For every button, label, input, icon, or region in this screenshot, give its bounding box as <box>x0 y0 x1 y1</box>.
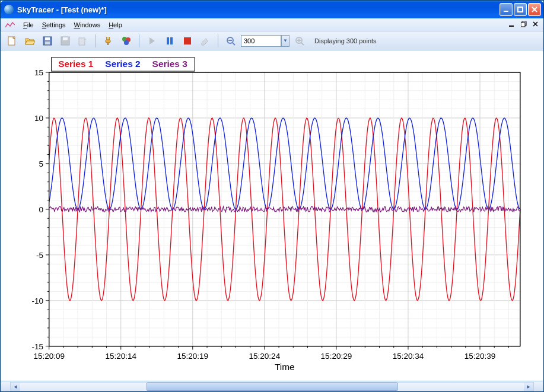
close-icon <box>532 7 537 12</box>
save-as-button[interactable] <box>58 33 73 49</box>
svg-text:-15: -15 <box>31 342 43 351</box>
toolbar-separator <box>218 34 218 47</box>
svg-text:15:20:14: 15:20:14 <box>105 352 136 361</box>
chevron-right-icon: ► <box>526 384 532 390</box>
zoom-out-button[interactable] <box>223 33 238 49</box>
maximize-button[interactable] <box>514 3 527 16</box>
chart-container: -15-10-505101515:20:0915:20:1415:20:1915… <box>7 55 537 376</box>
titlebar[interactable]: SkyTracer - [Test (new)*] <box>1 1 543 18</box>
modules-icon <box>121 36 132 46</box>
svg-text:Series 1: Series 1 <box>58 59 94 69</box>
svg-rect-2 <box>509 26 514 27</box>
scroll-left-button[interactable]: ◄ <box>11 383 20 391</box>
svg-rect-10 <box>63 37 68 40</box>
new-button[interactable] <box>4 33 20 49</box>
svg-text:15: 15 <box>34 68 43 77</box>
minimize-button[interactable] <box>500 3 513 16</box>
svg-text:-10: -10 <box>31 297 43 305</box>
chevron-down-icon: ▼ <box>283 38 288 43</box>
svg-text:15:20:39: 15:20:39 <box>465 352 496 361</box>
svg-rect-0 <box>504 11 508 12</box>
toolbar-separator <box>96 34 96 47</box>
svg-text:15:20:34: 15:20:34 <box>393 352 424 361</box>
app-icon <box>4 5 14 14</box>
svg-rect-1 <box>518 7 523 12</box>
save-icon <box>42 36 53 46</box>
svg-text:Series 3: Series 3 <box>152 59 188 69</box>
horizontal-scrollbar[interactable]: ◄ ► <box>10 382 534 391</box>
close-icon <box>533 21 539 27</box>
minimize-icon <box>503 7 509 12</box>
plug-icon <box>103 36 114 46</box>
minimize-icon <box>509 21 515 27</box>
svg-text:15:20:29: 15:20:29 <box>321 352 352 361</box>
connect-button[interactable] <box>101 33 116 49</box>
eraser-icon <box>200 36 211 46</box>
svg-rect-8 <box>45 42 50 44</box>
save-as-icon <box>60 36 71 46</box>
play-button[interactable] <box>144 33 160 49</box>
points-dropdown-button[interactable]: ▼ <box>281 35 290 47</box>
menu-help[interactable]: Help <box>109 21 122 28</box>
zoom-out-icon <box>225 36 236 46</box>
svg-text:15:20:19: 15:20:19 <box>177 352 208 361</box>
svg-rect-17 <box>170 37 173 44</box>
zoom-in-button[interactable] <box>292 33 307 49</box>
svg-text:0: 0 <box>39 205 44 214</box>
svg-rect-7 <box>45 37 50 40</box>
statusbar: ◄ ► <box>1 381 543 391</box>
application-window: SkyTracer - [Test (new)*] File Settings … <box>0 0 544 392</box>
zoom-in-icon <box>294 36 305 46</box>
modules-button[interactable] <box>119 33 134 49</box>
scroll-track[interactable] <box>20 383 524 391</box>
svg-text:15:20:24: 15:20:24 <box>249 352 281 361</box>
play-icon <box>147 36 157 46</box>
mdi-close-button[interactable] <box>532 20 540 28</box>
client-area: -15-10-505101515:20:0915:20:1415:20:1915… <box>1 50 543 381</box>
clear-button[interactable] <box>198 33 213 49</box>
export-icon <box>78 36 88 46</box>
pause-button[interactable] <box>162 33 177 49</box>
menubar: File Settings Windows Help <box>1 18 543 31</box>
toolbar: ▼ Displaying 300 points <box>1 31 543 50</box>
pause-icon <box>164 36 175 46</box>
svg-rect-18 <box>184 37 191 44</box>
menu-settings[interactable]: Settings <box>42 21 66 28</box>
svg-text:Time: Time <box>275 362 295 372</box>
stop-button[interactable] <box>180 33 195 49</box>
chart-doc-icon <box>5 21 15 28</box>
chart[interactable]: -15-10-505101515:20:0915:20:1415:20:1915… <box>7 55 537 376</box>
points-status-label: Displaying 300 points <box>314 37 377 44</box>
menu-windows[interactable]: Windows <box>74 21 101 28</box>
window-title: SkyTracer - [Test (new)*] <box>17 5 107 14</box>
svg-text:15:20:09: 15:20:09 <box>33 352 65 361</box>
points-combo[interactable]: ▼ <box>241 35 290 47</box>
svg-text:-5: -5 <box>36 251 43 260</box>
window-controls <box>500 3 543 16</box>
svg-point-15 <box>124 40 129 45</box>
toolbar-separator <box>139 34 139 47</box>
menu-file[interactable]: File <box>23 21 34 28</box>
new-file-icon <box>7 36 17 46</box>
svg-text:Series 2: Series 2 <box>105 59 140 69</box>
scroll-thumb[interactable] <box>146 383 398 391</box>
mdi-minimize-button[interactable] <box>508 20 516 28</box>
export-button[interactable] <box>75 33 91 49</box>
maximize-icon <box>517 7 523 12</box>
svg-rect-16 <box>167 37 169 44</box>
svg-text:5: 5 <box>39 160 44 168</box>
svg-rect-12 <box>106 40 110 43</box>
chevron-left-icon: ◄ <box>13 384 18 390</box>
open-button[interactable] <box>22 33 37 49</box>
save-button[interactable] <box>40 33 55 49</box>
stop-icon <box>182 36 193 46</box>
folder-open-icon <box>24 36 35 46</box>
close-button[interactable] <box>528 3 541 16</box>
mdi-restore-button[interactable] <box>520 20 528 28</box>
restore-icon <box>521 21 527 27</box>
scroll-right-button[interactable]: ► <box>524 383 533 391</box>
svg-text:10: 10 <box>34 114 43 123</box>
svg-rect-4 <box>521 23 525 27</box>
mdi-controls <box>508 20 540 28</box>
points-input[interactable] <box>241 35 281 47</box>
